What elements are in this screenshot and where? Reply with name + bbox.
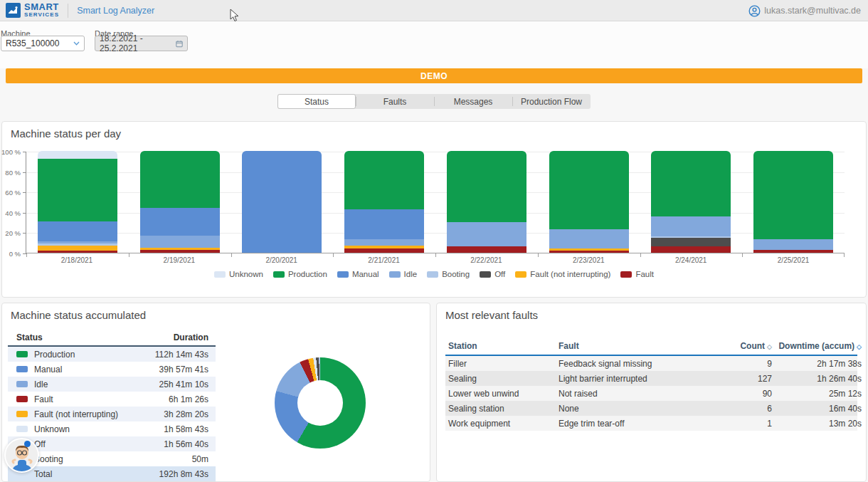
machine-select-value: R535_100000 (6, 38, 59, 48)
tab-production-flow[interactable]: Production Flow (512, 94, 591, 109)
bar-segment-unknown (38, 151, 117, 159)
legend-item-fault_ni[interactable]: Fault (not interrupting) (515, 270, 610, 278)
legend-swatch-idle (389, 271, 401, 278)
x-tick-label: 2/19/2021 (128, 256, 231, 264)
assistant-character-icon (9, 441, 36, 471)
total-label: Total (34, 469, 159, 479)
bar-segment-idle (753, 239, 833, 249)
downtime-cell: 25m 12s (772, 389, 862, 399)
user-account-button[interactable]: lukas.stark@multivac.de (748, 0, 861, 21)
logo-line1: SMART (24, 2, 59, 12)
legend-item-booting[interactable]: Booting (427, 270, 470, 278)
machine-status-per-day-card: Machine status per day 100 %80 %60 %40 %… (1, 121, 867, 298)
legend-item-manual[interactable]: Manual (337, 270, 379, 278)
duration-value: 50m (192, 454, 208, 464)
faults-table-header: Station Fault Count◇ Downtime (accum)◇ (445, 337, 857, 356)
status-label: Booting (34, 454, 192, 464)
legend-swatch-fault_ni (515, 271, 526, 278)
legend-label: Off (494, 270, 505, 278)
accumulated-row-production: Production112h 14m 43s (8, 347, 216, 362)
bar-segment-production (753, 151, 833, 239)
bar-segment-fault (140, 250, 220, 253)
faults-col-downtime-sort[interactable]: Downtime (accum)◇ (772, 341, 862, 351)
legend-label: Fault (not interrupting) (530, 270, 610, 278)
bar-segment-fault (38, 251, 117, 253)
chat-assistant-avatar[interactable] (4, 438, 39, 473)
bar-segment-off (651, 238, 731, 247)
filter-bar: Machine R535_100000 Date range 18.2.2021… (0, 21, 868, 68)
bar-segment-fault (549, 251, 629, 253)
status-label: Production (34, 350, 155, 360)
tab-faults[interactable]: Faults (356, 94, 434, 109)
accumulated-row-unknown: Unknown1h 58m 43s (8, 421, 216, 436)
bar-segment-production (651, 151, 731, 216)
duration-value: 1h 56m 40s (164, 439, 208, 449)
bar-segment-fault (651, 246, 731, 253)
legend-label: Fault (635, 270, 654, 278)
fault-cell: None (559, 404, 711, 414)
bar-segment-production (140, 151, 220, 208)
status-swatch-fault_ni (16, 411, 28, 417)
bar-segment-booting (38, 243, 117, 246)
faults-table-row: SealingLight barrier interrupted1271h 26… (445, 371, 857, 386)
demo-banner-text: DEMO (420, 71, 448, 81)
legend-item-off[interactable]: Off (480, 270, 505, 278)
bar-segment-booting (651, 236, 731, 237)
legend-label: Manual (352, 270, 379, 278)
status-donut-chart (275, 357, 366, 449)
duration-value: 25h 41m 10s (159, 379, 208, 389)
station-cell: Lower web unwind (448, 389, 559, 399)
accumulated-total-row: Total192h 8m 43s (8, 466, 216, 481)
faults-col-count-sort[interactable]: Count◇ (711, 341, 772, 351)
tab-status[interactable]: Status (277, 94, 356, 109)
bar-segment-fault (753, 250, 833, 253)
bar-segment-fault (447, 246, 526, 253)
bar-segment-fault_ni (140, 248, 220, 250)
legend-item-unknown[interactable]: Unknown (214, 270, 263, 278)
bar-segment-production (549, 151, 629, 229)
faults-table-row: Sealing stationNone616m 40s (445, 401, 857, 416)
sort-icon: ◇ (767, 343, 772, 350)
logo-chart-icon (6, 3, 21, 18)
bar-segment-manual (242, 151, 322, 253)
faults-table-row: Work equipmentEdge trim tear-off113m 20s (445, 416, 857, 431)
status-label: Unknown (34, 424, 164, 434)
tab-messages[interactable]: Messages (434, 94, 512, 109)
accumulated-row-manual: Manual39h 57m 41s (8, 362, 216, 377)
bar-segment-idle (140, 236, 220, 248)
legend-item-idle[interactable]: Idle (389, 270, 418, 278)
chart-legend: UnknownProductionManualIdleBootingOffFau… (2, 270, 866, 278)
bar-segment-fault_ni (549, 248, 629, 251)
date-range-input[interactable]: 18.2.2021 - 25.2.2021 (95, 36, 188, 51)
legend-swatch-fault (620, 271, 632, 278)
accumulated-col-duration: Duration (174, 332, 208, 342)
legend-item-fault[interactable]: Fault (620, 270, 654, 278)
accumulated-row-fault_ni: Fault (not interrupting)3h 28m 20s (8, 407, 216, 421)
most-relevant-faults-card: Most relevant faults Station Fault Count… (436, 303, 867, 482)
faults-table: Station Fault Count◇ Downtime (accum)◇ F… (445, 337, 857, 431)
app-title: Smart Log Analyzer (77, 6, 154, 16)
x-tick-label: 2/23/2021 (537, 256, 640, 264)
accumulated-table: Status Duration Production112h 14m 43sMa… (8, 330, 216, 481)
y-tick-label: 60 % (5, 189, 21, 197)
faults-col-station: Station (448, 341, 559, 351)
date-range-value: 18.2.2021 - 25.2.2021 (100, 33, 176, 53)
calendar-icon (176, 40, 183, 48)
fault-cell: Feedback signal missing (559, 359, 711, 369)
status-label: Off (34, 439, 164, 449)
x-tick-label: 2/21/2021 (333, 256, 435, 264)
legend-item-production[interactable]: Production (273, 270, 327, 278)
legend-label: Unknown (229, 270, 263, 278)
downtime-cell: 13m 20s (772, 419, 862, 429)
station-cell: Sealing (448, 374, 559, 384)
x-tick-label: 2/18/2021 (26, 256, 128, 264)
total-value: 192h 8m 43s (159, 469, 208, 479)
bar-segment-idle (38, 241, 117, 243)
machine-select[interactable]: R535_100000 (1, 36, 85, 51)
count-cell: 1 (711, 419, 772, 429)
bar-segment-manual (344, 209, 424, 240)
status-label: Idle (34, 379, 159, 389)
x-tick-label: 2/20/2021 (231, 256, 333, 264)
accumulated-row-off: Off1h 56m 40s (8, 436, 216, 451)
status-swatch-fault (16, 396, 28, 402)
